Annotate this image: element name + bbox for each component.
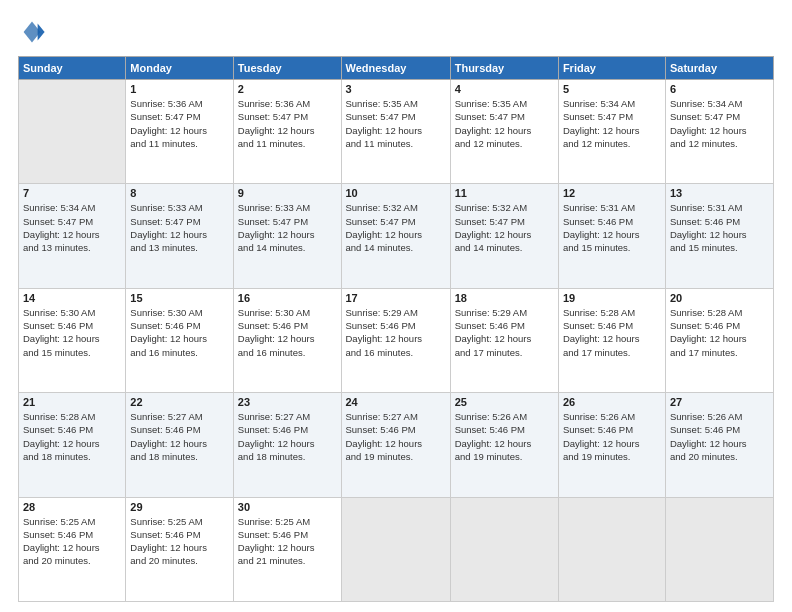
calendar-cell: 3Sunrise: 5:35 AMSunset: 5:47 PMDaylight… — [341, 80, 450, 184]
day-info: Sunrise: 5:33 AMSunset: 5:47 PMDaylight:… — [238, 201, 337, 254]
day-info: Sunrise: 5:35 AMSunset: 5:47 PMDaylight:… — [346, 97, 446, 150]
day-info: Sunrise: 5:26 AMSunset: 5:46 PMDaylight:… — [563, 410, 661, 463]
day-number: 16 — [238, 292, 337, 304]
calendar-cell: 19Sunrise: 5:28 AMSunset: 5:46 PMDayligh… — [558, 288, 665, 392]
calendar-cell: 24Sunrise: 5:27 AMSunset: 5:46 PMDayligh… — [341, 393, 450, 497]
day-info: Sunrise: 5:31 AMSunset: 5:46 PMDaylight:… — [670, 201, 769, 254]
day-number: 7 — [23, 187, 121, 199]
logo — [18, 18, 50, 46]
calendar-cell — [665, 497, 773, 601]
week-row-5: 28Sunrise: 5:25 AMSunset: 5:46 PMDayligh… — [19, 497, 774, 601]
day-info: Sunrise: 5:26 AMSunset: 5:46 PMDaylight:… — [670, 410, 769, 463]
day-number: 28 — [23, 501, 121, 513]
day-info: Sunrise: 5:35 AMSunset: 5:47 PMDaylight:… — [455, 97, 554, 150]
day-number: 12 — [563, 187, 661, 199]
week-row-1: 1Sunrise: 5:36 AMSunset: 5:47 PMDaylight… — [19, 80, 774, 184]
calendar-cell: 26Sunrise: 5:26 AMSunset: 5:46 PMDayligh… — [558, 393, 665, 497]
day-header-friday: Friday — [558, 57, 665, 80]
day-number: 27 — [670, 396, 769, 408]
day-number: 9 — [238, 187, 337, 199]
calendar-cell: 11Sunrise: 5:32 AMSunset: 5:47 PMDayligh… — [450, 184, 558, 288]
calendar-cell: 4Sunrise: 5:35 AMSunset: 5:47 PMDaylight… — [450, 80, 558, 184]
calendar-cell: 8Sunrise: 5:33 AMSunset: 5:47 PMDaylight… — [126, 184, 233, 288]
day-number: 21 — [23, 396, 121, 408]
day-info: Sunrise: 5:32 AMSunset: 5:47 PMDaylight:… — [346, 201, 446, 254]
day-info: Sunrise: 5:34 AMSunset: 5:47 PMDaylight:… — [563, 97, 661, 150]
calendar-cell: 7Sunrise: 5:34 AMSunset: 5:47 PMDaylight… — [19, 184, 126, 288]
day-header-sunday: Sunday — [19, 57, 126, 80]
day-info: Sunrise: 5:36 AMSunset: 5:47 PMDaylight:… — [130, 97, 228, 150]
calendar-cell — [19, 80, 126, 184]
day-info: Sunrise: 5:30 AMSunset: 5:46 PMDaylight:… — [238, 306, 337, 359]
calendar-cell: 13Sunrise: 5:31 AMSunset: 5:46 PMDayligh… — [665, 184, 773, 288]
day-info: Sunrise: 5:28 AMSunset: 5:46 PMDaylight:… — [670, 306, 769, 359]
calendar-cell: 21Sunrise: 5:28 AMSunset: 5:46 PMDayligh… — [19, 393, 126, 497]
day-number: 18 — [455, 292, 554, 304]
day-number: 1 — [130, 83, 228, 95]
day-info: Sunrise: 5:36 AMSunset: 5:47 PMDaylight:… — [238, 97, 337, 150]
calendar-cell: 28Sunrise: 5:25 AMSunset: 5:46 PMDayligh… — [19, 497, 126, 601]
day-info: Sunrise: 5:25 AMSunset: 5:46 PMDaylight:… — [23, 515, 121, 568]
day-number: 6 — [670, 83, 769, 95]
calendar-cell: 29Sunrise: 5:25 AMSunset: 5:46 PMDayligh… — [126, 497, 233, 601]
day-number: 4 — [455, 83, 554, 95]
day-info: Sunrise: 5:27 AMSunset: 5:46 PMDaylight:… — [346, 410, 446, 463]
week-row-3: 14Sunrise: 5:30 AMSunset: 5:46 PMDayligh… — [19, 288, 774, 392]
day-info: Sunrise: 5:34 AMSunset: 5:47 PMDaylight:… — [670, 97, 769, 150]
day-header-thursday: Thursday — [450, 57, 558, 80]
day-number: 26 — [563, 396, 661, 408]
day-number: 25 — [455, 396, 554, 408]
day-info: Sunrise: 5:30 AMSunset: 5:46 PMDaylight:… — [23, 306, 121, 359]
calendar-cell: 12Sunrise: 5:31 AMSunset: 5:46 PMDayligh… — [558, 184, 665, 288]
day-number: 24 — [346, 396, 446, 408]
calendar-cell: 30Sunrise: 5:25 AMSunset: 5:46 PMDayligh… — [233, 497, 341, 601]
day-number: 3 — [346, 83, 446, 95]
logo-icon — [18, 18, 46, 46]
day-info: Sunrise: 5:32 AMSunset: 5:47 PMDaylight:… — [455, 201, 554, 254]
day-number: 20 — [670, 292, 769, 304]
day-info: Sunrise: 5:29 AMSunset: 5:46 PMDaylight:… — [346, 306, 446, 359]
day-info: Sunrise: 5:25 AMSunset: 5:46 PMDaylight:… — [130, 515, 228, 568]
day-info: Sunrise: 5:28 AMSunset: 5:46 PMDaylight:… — [563, 306, 661, 359]
calendar-cell: 14Sunrise: 5:30 AMSunset: 5:46 PMDayligh… — [19, 288, 126, 392]
day-info: Sunrise: 5:30 AMSunset: 5:46 PMDaylight:… — [130, 306, 228, 359]
calendar-cell: 1Sunrise: 5:36 AMSunset: 5:47 PMDaylight… — [126, 80, 233, 184]
day-number: 23 — [238, 396, 337, 408]
header-row: SundayMondayTuesdayWednesdayThursdayFrid… — [19, 57, 774, 80]
calendar-cell: 18Sunrise: 5:29 AMSunset: 5:46 PMDayligh… — [450, 288, 558, 392]
calendar-cell: 27Sunrise: 5:26 AMSunset: 5:46 PMDayligh… — [665, 393, 773, 497]
day-number: 22 — [130, 396, 228, 408]
day-info: Sunrise: 5:28 AMSunset: 5:46 PMDaylight:… — [23, 410, 121, 463]
calendar: SundayMondayTuesdayWednesdayThursdayFrid… — [18, 56, 774, 602]
day-info: Sunrise: 5:31 AMSunset: 5:46 PMDaylight:… — [563, 201, 661, 254]
calendar-cell: 2Sunrise: 5:36 AMSunset: 5:47 PMDaylight… — [233, 80, 341, 184]
calendar-cell: 16Sunrise: 5:30 AMSunset: 5:46 PMDayligh… — [233, 288, 341, 392]
calendar-cell: 23Sunrise: 5:27 AMSunset: 5:46 PMDayligh… — [233, 393, 341, 497]
calendar-cell: 25Sunrise: 5:26 AMSunset: 5:46 PMDayligh… — [450, 393, 558, 497]
day-number: 13 — [670, 187, 769, 199]
calendar-cell: 17Sunrise: 5:29 AMSunset: 5:46 PMDayligh… — [341, 288, 450, 392]
page: SundayMondayTuesdayWednesdayThursdayFrid… — [0, 0, 792, 612]
calendar-cell — [558, 497, 665, 601]
day-number: 19 — [563, 292, 661, 304]
day-number: 30 — [238, 501, 337, 513]
day-info: Sunrise: 5:26 AMSunset: 5:46 PMDaylight:… — [455, 410, 554, 463]
day-header-tuesday: Tuesday — [233, 57, 341, 80]
day-number: 8 — [130, 187, 228, 199]
header — [18, 18, 774, 46]
calendar-cell: 22Sunrise: 5:27 AMSunset: 5:46 PMDayligh… — [126, 393, 233, 497]
calendar-cell: 9Sunrise: 5:33 AMSunset: 5:47 PMDaylight… — [233, 184, 341, 288]
week-row-4: 21Sunrise: 5:28 AMSunset: 5:46 PMDayligh… — [19, 393, 774, 497]
calendar-cell: 10Sunrise: 5:32 AMSunset: 5:47 PMDayligh… — [341, 184, 450, 288]
calendar-cell: 5Sunrise: 5:34 AMSunset: 5:47 PMDaylight… — [558, 80, 665, 184]
day-number: 5 — [563, 83, 661, 95]
day-info: Sunrise: 5:34 AMSunset: 5:47 PMDaylight:… — [23, 201, 121, 254]
day-info: Sunrise: 5:27 AMSunset: 5:46 PMDaylight:… — [238, 410, 337, 463]
calendar-cell: 20Sunrise: 5:28 AMSunset: 5:46 PMDayligh… — [665, 288, 773, 392]
day-number: 2 — [238, 83, 337, 95]
calendar-body: 1Sunrise: 5:36 AMSunset: 5:47 PMDaylight… — [19, 80, 774, 602]
day-info: Sunrise: 5:27 AMSunset: 5:46 PMDaylight:… — [130, 410, 228, 463]
day-number: 29 — [130, 501, 228, 513]
day-header-monday: Monday — [126, 57, 233, 80]
day-number: 15 — [130, 292, 228, 304]
